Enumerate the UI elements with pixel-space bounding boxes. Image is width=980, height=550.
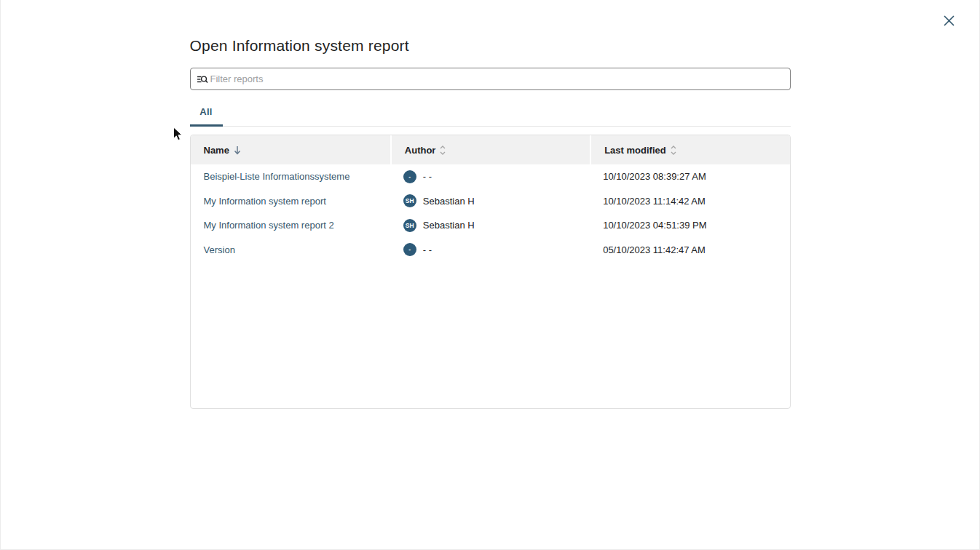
filter-reports-input[interactable] <box>210 68 784 89</box>
tab-bar: All <box>190 102 791 127</box>
author-name: - - <box>423 171 432 182</box>
table-row[interactable]: Version-- -05/10/2023 11:42:47 AM <box>191 238 790 263</box>
report-picker-dialog: Open Information system report All Name <box>0 0 980 550</box>
column-header-author[interactable]: Author <box>390 135 590 164</box>
table-row[interactable]: Beispiel-Liste Informationssysteme-- -10… <box>191 164 790 189</box>
last-modified-cell: 05/10/2023 11:42:47 AM <box>590 238 789 263</box>
dialog-content: Open Information system report All Name <box>190 0 791 409</box>
unsorted-icon <box>671 146 676 155</box>
author-avatar: SH <box>403 219 416 232</box>
author-name: Sebastian H <box>423 220 475 231</box>
name-cell: My Information system report <box>191 189 390 214</box>
dialog-title: Open Information system report <box>190 35 791 57</box>
report-name-link[interactable]: Version <box>204 244 235 255</box>
last-modified-cell: 10/10/2023 08:39:27 AM <box>590 164 789 189</box>
author-cell: -- - <box>390 238 590 263</box>
author-avatar: - <box>403 170 416 183</box>
filter-search-icon <box>197 74 208 84</box>
reports-table: Name Author Last modified <box>190 135 791 409</box>
column-label: Last modified <box>604 145 666 156</box>
author-cell: -- - <box>390 164 590 189</box>
column-label: Name <box>204 145 229 156</box>
column-label: Author <box>405 145 436 156</box>
tab-all[interactable]: All <box>190 102 223 127</box>
unsorted-icon <box>440 146 446 155</box>
report-name-link[interactable]: Beispiel-Liste Informationssysteme <box>204 171 350 182</box>
name-cell: Version <box>191 238 390 263</box>
author-cell: SHSebastian H <box>390 213 590 238</box>
arrow-down-icon <box>234 146 241 155</box>
column-header-last-modified[interactable]: Last modified <box>590 135 789 164</box>
filter-reports-field[interactable] <box>190 68 791 90</box>
report-name-link[interactable]: My Information system report <box>204 196 326 207</box>
table-row[interactable]: My Information system report 2SHSebastia… <box>191 213 790 238</box>
author-cell: SHSebastian H <box>390 189 590 214</box>
author-avatar: - <box>403 243 416 256</box>
last-modified-cell: 10/10/2023 04:51:39 PM <box>590 213 789 238</box>
name-cell: My Information system report 2 <box>191 213 390 238</box>
author-name: Sebastian H <box>423 196 475 207</box>
close-button[interactable] <box>940 12 957 29</box>
mouse-cursor <box>173 127 183 142</box>
report-name-link[interactable]: My Information system report 2 <box>204 220 334 231</box>
author-avatar: SH <box>403 194 416 207</box>
table-header: Name Author Last modified <box>191 135 790 164</box>
last-modified-cell: 10/10/2023 11:14:42 AM <box>590 189 789 214</box>
name-cell: Beispiel-Liste Informationssysteme <box>191 164 390 189</box>
report-table-body: Beispiel-Liste Informationssysteme-- -10… <box>191 164 790 262</box>
column-header-name[interactable]: Name <box>191 135 390 164</box>
close-icon <box>944 15 955 26</box>
author-name: - - <box>423 244 432 255</box>
table-row[interactable]: My Information system reportSHSebastian … <box>191 189 790 214</box>
